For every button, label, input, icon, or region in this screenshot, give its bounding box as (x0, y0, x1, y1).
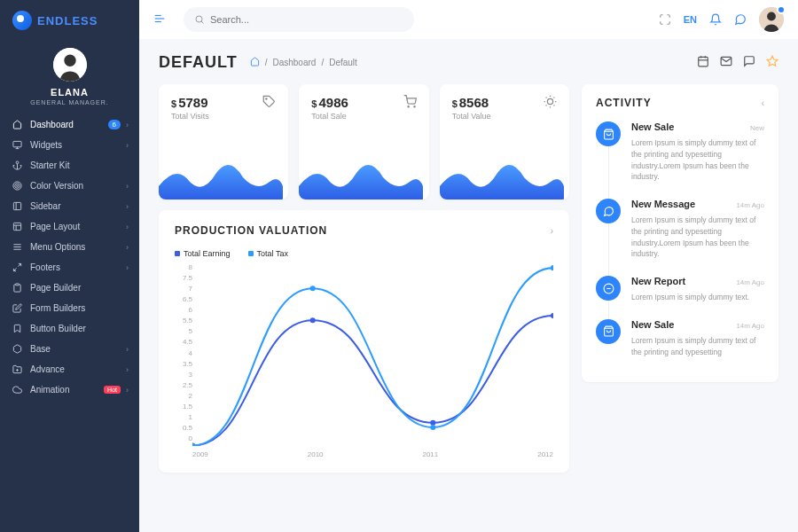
sidebar-item-label: Page Layout (30, 222, 126, 231)
sidebar-item-color-version[interactable]: Color Version› (0, 176, 139, 196)
breadcrumb-item[interactable]: Dashboard (272, 58, 316, 67)
sidebar-item-label: Color Version (30, 181, 126, 191)
bell-icon[interactable] (709, 13, 722, 26)
activity-text: Lorem Ipsum is simply dummy text. (631, 292, 764, 303)
sidebar-item-animation[interactable]: AnimationHot› (0, 379, 139, 400)
bookmark-star-icon[interactable] (766, 55, 778, 70)
svg-point-1 (64, 55, 75, 66)
maximize-icon[interactable] (659, 13, 671, 26)
sidebar-item-page-layout[interactable]: Page Layout› (0, 216, 139, 237)
chevron-right-icon: › (126, 223, 129, 231)
svg-point-52 (192, 442, 195, 445)
stat-label: Total Visits (171, 112, 209, 121)
svg-line-27 (201, 21, 204, 24)
sidebar-item-label: Footers (30, 262, 126, 272)
search-box[interactable] (184, 7, 414, 32)
stat-card[interactable]: $8568Total Value (440, 84, 569, 200)
sidebar-item-label: Base (30, 344, 126, 354)
user-avatar-button[interactable] (759, 7, 784, 32)
activity-panel: ACTIVITY ‹ New SaleNewLorem Ipsum is sim… (582, 84, 778, 382)
activity-collapse-icon[interactable]: ‹ (762, 98, 764, 108)
activity-text: Lorem Ipsum is simply dummy text of the … (631, 335, 764, 358)
activity-item[interactable]: New Message14m AgoLorem Ipsum is simply … (596, 199, 764, 260)
message-icon[interactable] (743, 55, 755, 70)
panel-menu-icon[interactable]: › (551, 226, 553, 236)
nav: Dashboard6›Widgets›Starter KitColor Vers… (0, 114, 139, 532)
activity-text: Lorem Ipsum is simply dummy text of the … (631, 137, 764, 183)
stat-card[interactable]: $5789Total Visits (159, 84, 288, 200)
brand-icon (12, 11, 32, 30)
production-panel: PRODUCTION VALUATION › Total EarningTota… (159, 210, 569, 473)
brand-logo[interactable]: ENDLESS (0, 0, 139, 41)
search-input[interactable] (210, 14, 403, 25)
breadcrumb-item: Default (329, 58, 357, 67)
svg-rect-20 (15, 284, 19, 286)
sidebar: ENDLESS ELANA GENERAL MANAGER. Dashboard… (0, 0, 139, 532)
sidebar-item-base[interactable]: Base› (0, 339, 139, 359)
sidebar-item-label: Starter Kit (30, 160, 129, 170)
svg-line-47 (553, 98, 554, 98)
calendar-icon[interactable] (697, 55, 709, 70)
activity-item[interactable]: New SaleNewLorem Ipsum is simply dummy t… (596, 121, 764, 183)
breadcrumb: / Dashboard / Default (250, 57, 357, 68)
activity-item[interactable]: New Report14m AgoLorem Ipsum is simply d… (596, 276, 764, 303)
activity-title: New Report (631, 276, 685, 286)
legend-dot (248, 251, 254, 256)
home-icon[interactable] (250, 57, 260, 68)
badge: 6 (108, 120, 121, 129)
production-title: PRODUCTION VALUATION (175, 224, 327, 237)
chat-icon[interactable] (734, 13, 747, 26)
svg-rect-2 (12, 141, 20, 146)
sidebar-item-widgets[interactable]: Widgets› (0, 135, 139, 155)
edit-icon (11, 303, 23, 313)
menu-toggle-icon[interactable] (153, 12, 166, 27)
svg-point-51 (551, 313, 553, 318)
sidebar-item-sidebar[interactable]: Sidebar› (0, 196, 139, 216)
sidebar-item-label: Animation (30, 385, 104, 395)
stat-card[interactable]: $4986Total Sale (299, 84, 428, 200)
bag-icon (596, 121, 621, 146)
minus-icon (596, 276, 621, 301)
sidebar-item-label: Form Builders (30, 303, 129, 313)
stat-label: Total Value (452, 112, 491, 121)
chevron-right-icon: › (126, 345, 129, 354)
activity-time: 14m Ago (736, 201, 764, 209)
activity-title: ACTIVITY (596, 97, 652, 109)
chevron-right-icon: › (126, 141, 129, 150)
sun-icon (544, 95, 557, 111)
chevron-right-icon: › (126, 386, 129, 395)
activity-time: 14m Ago (736, 278, 764, 286)
chevron-right-icon: › (126, 263, 129, 272)
sidebar-item-advance[interactable]: Advance› (0, 359, 139, 379)
svg-rect-30 (699, 57, 708, 66)
sidebar-item-dashboard[interactable]: Dashboard6› (0, 114, 139, 135)
activity-time: 14m Ago (736, 322, 764, 330)
sidebar-item-page-builder[interactable]: Page Builder (0, 278, 139, 298)
activity-time: New (750, 124, 764, 132)
mail-icon[interactable] (720, 55, 732, 70)
sidebar-item-button-builder[interactable]: Button Builder (0, 318, 139, 339)
bag-icon (596, 319, 621, 344)
activity-item[interactable]: New Sale14m AgoLorem Ipsum is simply dum… (596, 319, 764, 358)
stat-label: Total Sale (311, 112, 348, 121)
language-selector[interactable]: EN (684, 14, 697, 25)
sidebar-item-footers[interactable]: Footers› (0, 257, 139, 278)
stat-value: $8568 (452, 95, 491, 110)
page-header: DEFAULT / Dashboard / Default (139, 39, 798, 77)
sidebar-item-menu-options[interactable]: Menu Options› (0, 237, 139, 257)
cart-icon (403, 95, 417, 111)
activity-title: New Message (631, 199, 695, 209)
legend-label: Total Earning (184, 249, 231, 258)
layout-icon (11, 222, 23, 231)
profile-avatar[interactable] (53, 48, 87, 82)
sidebar-item-label: Page Builder (30, 283, 129, 293)
svg-rect-10 (13, 202, 20, 209)
svg-point-49 (310, 317, 316, 323)
clipboard-icon (11, 283, 23, 293)
sidebar-item-form-builders[interactable]: Form Builders (0, 298, 139, 318)
svg-point-29 (767, 12, 776, 21)
sidebar-item-label: Advance (30, 364, 126, 374)
sidebar-item-starter-kit[interactable]: Starter Kit (0, 155, 139, 176)
folder-plus-icon (11, 364, 23, 374)
svg-point-8 (14, 184, 20, 189)
